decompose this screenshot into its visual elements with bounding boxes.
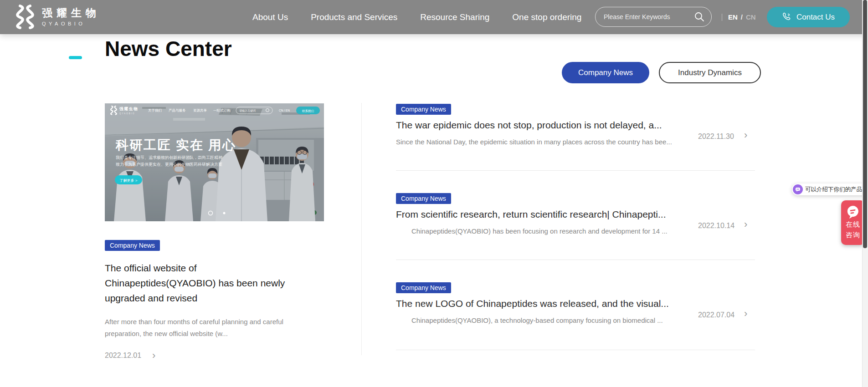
featured-excerpt: After more than four months of careful p… — [105, 316, 296, 340]
news-item-arrow-icon[interactable]: › — [744, 221, 747, 228]
featured-date-row: 2022.12.01 › — [105, 351, 155, 360]
main-nav: About Us Products and Services Resource … — [252, 0, 581, 34]
phone-icon — [782, 12, 791, 22]
news-item-title[interactable]: The war epidemic does not stop, producti… — [396, 120, 706, 131]
banner-lang: CN / EN — [279, 109, 290, 112]
featured-date: 2022.12.01 — [105, 351, 141, 360]
news-item-badge: Company News — [396, 104, 451, 115]
banner-headline: 科研工匠 实在 用心 — [115, 138, 236, 152]
news-item-arrow-icon[interactable]: › — [744, 132, 747, 139]
consult-chat-icon — [845, 204, 861, 219]
contact-us-label: Contact Us — [796, 13, 835, 22]
featured-title[interactable]: The official website of Chinapeptides(QY… — [105, 260, 305, 306]
banner-more-label: 了解更多 > — [120, 178, 138, 183]
consult-label-line1: 在线 — [846, 219, 860, 229]
page-title: News Center — [105, 36, 232, 61]
nav-one-stop-ordering[interactable]: One stop ordering — [512, 12, 581, 22]
chat-bubble-icon — [793, 184, 803, 194]
dna-logo-icon — [14, 5, 36, 29]
lang-cn[interactable]: CN — [746, 13, 756, 21]
list-divider — [396, 170, 755, 171]
banner-nav-products: 产品与服务 — [169, 108, 186, 112]
banner-subline-2: 致力于为客户提供更实在、更用心的生物医药科研解决方案 — [116, 162, 222, 167]
banner-nav-resources: 资源共享 — [193, 108, 207, 112]
news-item-excerpt: Since the National Day, the epidemic sit… — [396, 138, 672, 146]
logo-en-text: QYAOBIO — [42, 20, 100, 27]
column-divider — [361, 103, 362, 355]
lang-separator: / — [741, 13, 743, 21]
featured-arrow-icon[interactable]: › — [152, 352, 155, 359]
news-item-badge: Company News — [396, 193, 451, 204]
lang-divider — [722, 14, 722, 21]
news-item-badge: Company News — [396, 282, 451, 293]
online-consult-button[interactable]: 在线 咨询 — [841, 200, 865, 245]
news-item-excerpt: Chinapeptides(QYAOBIO) has been focusing… — [411, 227, 668, 235]
lab-photo-illustration: 强耀生物 QYAOBIO 关于我们 产品与服务 资源共享 一站式订购 请输入关键… — [105, 103, 324, 221]
title-accent-dash — [69, 56, 82, 59]
featured-badge: Company News — [105, 240, 160, 251]
list-divider — [396, 350, 755, 350]
banner-logo-cn: 强耀生物 — [119, 107, 139, 111]
lang-en[interactable]: EN — [728, 13, 738, 21]
banner-subline-1: 我们是专注细节、追求极致的创新科研团队，崇尚工匠精神 — [116, 155, 222, 160]
scrollbar-track[interactable] — [862, 0, 868, 387]
logo-cn-text: 强耀生物 — [42, 7, 100, 19]
nav-products-services[interactable]: Products and Services — [311, 12, 397, 22]
search-icon[interactable] — [694, 11, 705, 22]
tab-company-news[interactable]: Company News — [562, 62, 649, 83]
chat-tooltip-text: 可以介绍下你们的产品么 — [805, 186, 868, 194]
news-item-date: 2022.10.14 — [698, 222, 734, 230]
banner-search-placeholder: 请输入关键词 — [239, 109, 256, 112]
news-item-title[interactable]: From scientific research, return scienti… — [396, 209, 706, 220]
news-item-date: 2022.07.04 — [698, 311, 734, 319]
banner-logo-en: QYAOBIO — [119, 112, 135, 115]
banner-contact-label: 联系我们 — [302, 109, 314, 113]
company-logo[interactable]: 强耀生物 QYAOBIO — [14, 5, 100, 29]
banner-nav-about: 关于我们 — [148, 108, 162, 112]
chat-tooltip[interactable]: 可以介绍下你们的产品么 — [792, 183, 868, 195]
consult-label-line2: 咨询 — [846, 230, 860, 239]
news-item-date: 2022.11.30 — [698, 132, 734, 141]
news-item-excerpt: Chinapeptides(QYAOBIO), a technology-bas… — [411, 316, 663, 324]
tab-industry-dynamics[interactable]: Industry Dynamics — [659, 62, 761, 83]
list-divider — [396, 260, 755, 260]
top-navigation-bar: 强耀生物 QYAOBIO About Us Products and Servi… — [0, 0, 868, 34]
carousel-dot — [223, 212, 226, 214]
nav-about-us[interactable]: About Us — [252, 12, 288, 22]
news-item-arrow-icon[interactable]: › — [744, 310, 747, 317]
language-switch: EN / CN — [722, 0, 756, 34]
banner-nav-ordering: 一站式订购 — [213, 108, 231, 112]
search-input[interactable] — [604, 13, 694, 20]
news-item-title[interactable]: The new LOGO of Chinapeptides was releas… — [396, 298, 706, 309]
nav-resource-sharing[interactable]: Resource Sharing — [420, 12, 489, 22]
search-box[interactable] — [595, 7, 712, 27]
contact-us-button[interactable]: Contact Us — [767, 7, 850, 27]
page-viewport: 强耀生物 QYAOBIO About Us Products and Servi… — [0, 0, 868, 387]
featured-article-image[interactable]: 强耀生物 QYAOBIO 关于我们 产品与服务 资源共享 一站式订购 请输入关键… — [105, 103, 324, 221]
scrollbar-thumb[interactable] — [863, 0, 867, 248]
